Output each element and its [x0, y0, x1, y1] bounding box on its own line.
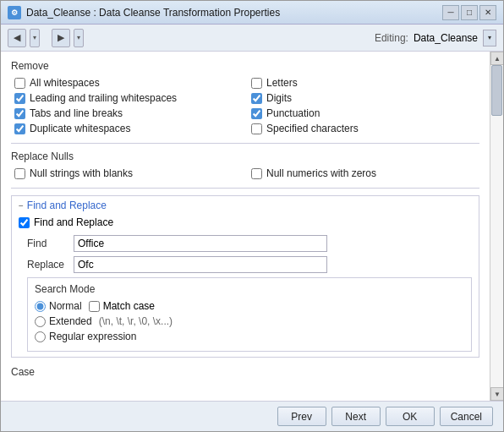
- digits-input[interactable]: [251, 93, 262, 104]
- cancel-button[interactable]: Cancel: [440, 407, 493, 426]
- search-mode-extended-row: Extended (\n, \t, \r, \0, \x...): [35, 315, 464, 327]
- letters-label: Letters: [266, 77, 298, 89]
- scrollbar: ▲ ▼: [490, 52, 503, 401]
- scroll-up-button[interactable]: ▲: [490, 52, 503, 65]
- match-case-label: Match case: [103, 300, 155, 312]
- search-mode-title: Search Mode: [35, 283, 464, 295]
- digits-label: Digits: [266, 92, 292, 104]
- back-dropdown[interactable]: ▾: [30, 29, 40, 47]
- punctuation-input[interactable]: [251, 108, 262, 119]
- main-scroll-content: Remove All whitespaces Letters Leading a…: [1, 52, 490, 401]
- remove-section: Remove All whitespaces Letters Leading a…: [11, 60, 479, 134]
- letters-input[interactable]: [251, 78, 262, 89]
- editing-value: Data_Cleanse: [414, 32, 478, 44]
- radio-regex[interactable]: Regular expression: [35, 331, 136, 342]
- duplicate-whitespaces-input[interactable]: [14, 123, 25, 134]
- find-replace-header: − Find and Replace: [19, 200, 472, 211]
- maximize-button[interactable]: □: [461, 5, 478, 20]
- collapse-icon[interactable]: −: [19, 201, 24, 211]
- toolbar: ◀ ▾ ▶ ▾ Editing: Data_Cleanse ▾: [1, 25, 503, 52]
- specified-chars-label: Specified characters: [266, 123, 359, 134]
- all-whitespaces-input[interactable]: [14, 78, 25, 89]
- find-replace-enable-row: Find and Replace: [19, 216, 472, 228]
- main-window: ⚙ Data_Cleanse : Data Cleanse Transforma…: [0, 0, 504, 432]
- regex-label: Regular expression: [49, 331, 136, 342]
- replace-row: Replace: [19, 256, 472, 273]
- scroll-track[interactable]: [490, 65, 503, 387]
- window-controls: ─ □ ✕: [442, 5, 496, 20]
- tabs-breaks-label: Tabs and line breaks: [30, 107, 123, 119]
- null-strings-input[interactable]: [14, 168, 25, 179]
- find-replace-enable-checkbox[interactable]: [19, 217, 30, 228]
- null-numerics-input[interactable]: [251, 168, 262, 179]
- toolbar-editing: Editing: Data_Cleanse ▾: [375, 30, 496, 46]
- find-label: Find: [27, 238, 74, 249]
- null-numerics-label: Null numerics with zeros: [266, 167, 376, 179]
- app-icon: ⚙: [8, 6, 21, 19]
- duplicate-whitespaces-label: Duplicate whitespaces: [30, 123, 130, 134]
- editing-label: Editing:: [375, 32, 408, 44]
- divider-1: [11, 143, 479, 144]
- leading-trailing-label: Leading and trailing whitespaces: [30, 92, 177, 104]
- extended-radio[interactable]: [35, 316, 46, 327]
- checkbox-specified-chars[interactable]: Specified characters: [251, 123, 479, 134]
- punctuation-label: Punctuation: [266, 107, 320, 119]
- regex-radio[interactable]: [35, 331, 46, 342]
- checkbox-tabs-breaks[interactable]: Tabs and line breaks: [14, 107, 243, 119]
- null-strings-label: Null strings with blanks: [30, 167, 133, 179]
- checkbox-duplicate-whitespaces[interactable]: Duplicate whitespaces: [14, 123, 243, 134]
- match-case-row[interactable]: Match case: [89, 300, 155, 312]
- minimize-button[interactable]: ─: [442, 5, 459, 20]
- search-mode-regex-row: Regular expression: [35, 331, 464, 342]
- radio-normal[interactable]: Normal: [35, 300, 82, 312]
- forward-button[interactable]: ▶: [52, 29, 70, 47]
- find-replace-enable-label: Find and Replace: [34, 216, 113, 228]
- all-whitespaces-label: All whitespaces: [30, 77, 100, 89]
- divider-2: [11, 188, 479, 189]
- extended-desc: (\n, \t, \r, \0, \x...): [99, 315, 173, 327]
- remove-checkboxes: All whitespaces Letters Leading and trai…: [11, 77, 479, 134]
- replace-nulls-title: Replace Nulls: [11, 150, 479, 162]
- tabs-breaks-input[interactable]: [14, 108, 25, 119]
- toolbar-nav: ◀ ▾ ▶ ▾: [8, 29, 84, 47]
- replace-nulls-section: Replace Nulls Null strings with blanks N…: [11, 150, 479, 179]
- find-replace-section-title[interactable]: Find and Replace: [27, 200, 107, 211]
- normal-radio[interactable]: [35, 301, 46, 312]
- case-section-hint: Case: [11, 363, 479, 380]
- checkbox-all-whitespaces[interactable]: All whitespaces: [14, 77, 243, 89]
- forward-dropdown[interactable]: ▾: [74, 29, 84, 47]
- search-mode-normal-row: Normal Match case: [35, 300, 464, 312]
- leading-trailing-input[interactable]: [14, 93, 25, 104]
- replace-input[interactable]: [74, 256, 327, 273]
- checkbox-null-strings[interactable]: Null strings with blanks: [14, 167, 243, 179]
- title-bar: ⚙ Data_Cleanse : Data Cleanse Transforma…: [1, 1, 503, 25]
- match-case-checkbox[interactable]: [89, 301, 100, 312]
- radio-extended[interactable]: Extended: [35, 315, 92, 327]
- checkbox-letters[interactable]: Letters: [251, 77, 479, 89]
- normal-label: Normal: [49, 300, 82, 312]
- search-mode-box: Search Mode Normal Match case: [27, 277, 472, 352]
- prev-button[interactable]: Prev: [277, 407, 326, 426]
- replace-nulls-checkboxes: Null strings with blanks Null numerics w…: [11, 167, 479, 179]
- find-input[interactable]: [74, 235, 327, 252]
- replace-label: Replace: [27, 259, 74, 271]
- close-button[interactable]: ✕: [479, 5, 496, 20]
- scroll-down-button[interactable]: ▼: [490, 387, 503, 401]
- checkbox-digits[interactable]: Digits: [251, 92, 479, 104]
- back-button[interactable]: ◀: [8, 29, 26, 47]
- scroll-thumb[interactable]: [491, 65, 502, 116]
- ok-button[interactable]: OK: [386, 407, 435, 426]
- content-area: Remove All whitespaces Letters Leading a…: [1, 52, 503, 401]
- next-button[interactable]: Next: [331, 407, 381, 426]
- remove-section-title: Remove: [11, 60, 479, 72]
- specified-chars-input[interactable]: [251, 123, 262, 134]
- checkbox-null-numerics[interactable]: Null numerics with zeros: [251, 167, 479, 179]
- footer: Prev Next OK Cancel: [1, 401, 503, 431]
- window-title: Data_Cleanse : Data Cleanse Transformati…: [26, 7, 442, 19]
- checkbox-punctuation[interactable]: Punctuation: [251, 107, 479, 119]
- checkbox-leading-trailing[interactable]: Leading and trailing whitespaces: [14, 92, 243, 104]
- find-row: Find: [19, 235, 472, 252]
- find-replace-section: − Find and Replace Find and Replace Find…: [11, 195, 479, 358]
- editing-dropdown[interactable]: ▾: [483, 30, 496, 46]
- extended-label: Extended: [49, 315, 92, 327]
